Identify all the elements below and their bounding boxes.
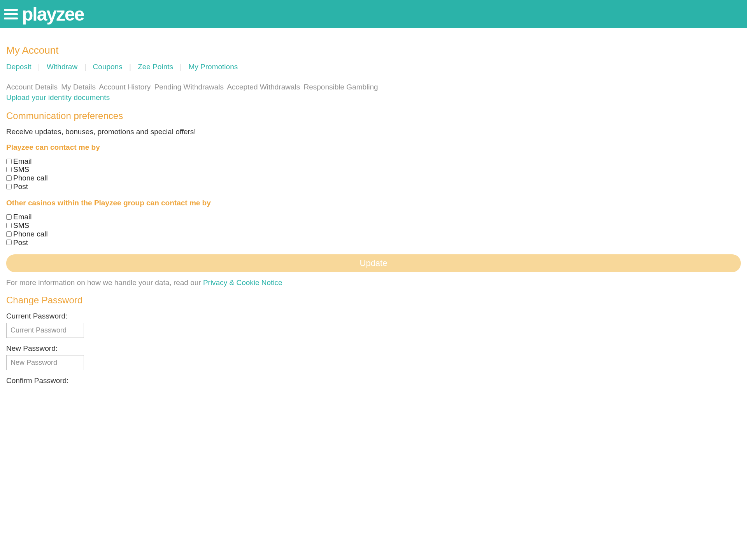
nav-my-promotions[interactable]: My Promotions bbox=[189, 63, 238, 71]
nav-zee-points[interactable]: Zee Points bbox=[138, 63, 173, 71]
comm-prefs-desc: Receive updates, bonuses, promotions and… bbox=[6, 128, 741, 136]
nav-separator: | bbox=[129, 63, 131, 71]
new-password-input[interactable] bbox=[6, 355, 84, 370]
nav-withdraw[interactable]: Withdraw bbox=[47, 63, 77, 71]
nav-deposit[interactable]: Deposit bbox=[6, 63, 31, 71]
header: playzee bbox=[0, 0, 747, 28]
privacy-prefix: For more information on how we handle yo… bbox=[6, 278, 203, 287]
new-password-label: New Password: bbox=[6, 344, 741, 353]
nav-separator: | bbox=[84, 63, 86, 71]
menu-icon[interactable] bbox=[4, 7, 18, 21]
group1-options: Email SMS Phone call Post bbox=[6, 157, 741, 191]
g2-phone-checkbox[interactable] bbox=[6, 231, 12, 237]
account-nav: Deposit | Withdraw | Coupons | Zee Point… bbox=[6, 63, 741, 71]
current-password-label: Current Password: bbox=[6, 312, 741, 320]
g1-email-checkbox[interactable] bbox=[6, 159, 12, 164]
subnav-pending-withdrawals[interactable]: Pending Withdrawals bbox=[154, 83, 224, 91]
subnav-my-details[interactable]: My Details bbox=[61, 83, 96, 91]
group2-label: Other casinos within the Playzee group c… bbox=[6, 199, 741, 207]
current-password-input[interactable] bbox=[6, 323, 84, 338]
g2-post-label: Post bbox=[13, 238, 28, 247]
g2-email-label: Email bbox=[13, 213, 32, 221]
g1-sms-checkbox[interactable] bbox=[6, 167, 12, 172]
g2-phone-label: Phone call bbox=[13, 230, 48, 238]
subnav-account-details[interactable]: Account Details bbox=[6, 83, 58, 91]
change-password-title: Change Password bbox=[6, 295, 741, 306]
subnav-responsible-gambling[interactable]: Responsible Gambling bbox=[304, 83, 378, 91]
g2-sms-label: SMS bbox=[13, 221, 29, 230]
g2-sms-checkbox[interactable] bbox=[6, 223, 12, 228]
g1-email-label: Email bbox=[13, 157, 32, 166]
privacy-info: For more information on how we handle yo… bbox=[6, 278, 741, 287]
update-button[interactable]: Update bbox=[6, 254, 741, 272]
nav-coupons[interactable]: Coupons bbox=[93, 63, 123, 71]
g1-sms-label: SMS bbox=[13, 165, 29, 174]
logo[interactable]: playzee bbox=[22, 4, 84, 25]
comm-prefs-title: Communication preferences bbox=[6, 110, 741, 121]
group1-label: Playzee can contact me by bbox=[6, 143, 741, 152]
g1-post-checkbox[interactable] bbox=[6, 184, 12, 189]
privacy-link[interactable]: Privacy & Cookie Notice bbox=[203, 278, 282, 287]
g2-email-checkbox[interactable] bbox=[6, 214, 12, 220]
g1-phone-checkbox[interactable] bbox=[6, 175, 12, 181]
nav-separator: | bbox=[180, 63, 182, 71]
nav-separator: | bbox=[38, 63, 40, 71]
confirm-password-label: Confirm Password: bbox=[6, 376, 741, 385]
upload-documents-link[interactable]: Upload your identity documents bbox=[6, 93, 110, 102]
g1-post-label: Post bbox=[13, 182, 28, 191]
content: My Account Deposit | Withdraw | Coupons … bbox=[0, 28, 747, 395]
subnav: Account Details My Details Account Histo… bbox=[6, 82, 741, 93]
g2-post-checkbox[interactable] bbox=[6, 240, 12, 245]
page-title: My Account bbox=[6, 44, 741, 56]
subnav-account-history[interactable]: Account History bbox=[99, 83, 151, 91]
g1-phone-label: Phone call bbox=[13, 174, 48, 182]
subnav-accepted-withdrawals[interactable]: Accepted Withdrawals bbox=[227, 83, 300, 91]
group2-options: Email SMS Phone call Post bbox=[6, 213, 741, 247]
